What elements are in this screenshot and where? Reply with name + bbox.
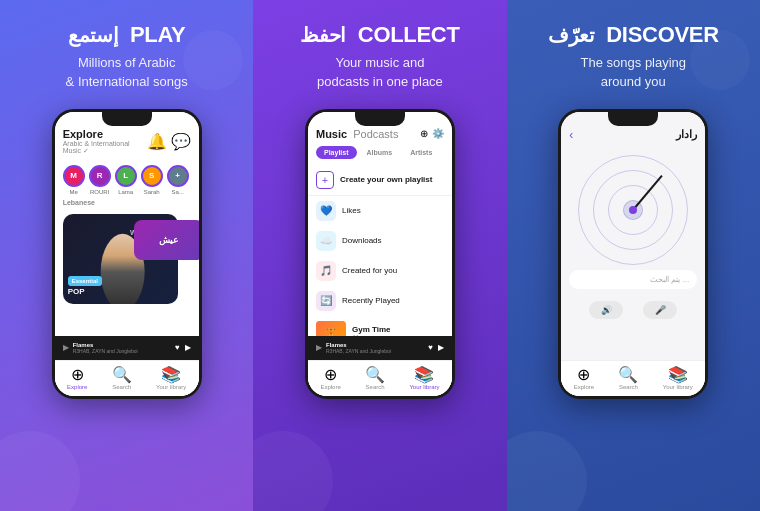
nav-search-2[interactable]: 🔍 Search [366, 366, 385, 390]
search-nav-label-3: Search [619, 384, 638, 390]
library-nav-icon: 📚 [163, 366, 179, 382]
back-button[interactable]: ‹ [569, 128, 573, 142]
phone-2-screen: Music Podcasts ⊕ ⚙️ Playlist Albums Arti… [308, 112, 452, 396]
library-nav-label: Your library [156, 384, 186, 390]
collect-english-title: COLLECT [358, 22, 460, 47]
nav-library-1[interactable]: 📚 Your library [156, 366, 186, 390]
phone-2: Music Podcasts ⊕ ⚙️ Playlist Albums Arti… [305, 109, 455, 399]
heart-icon-player-2[interactable]: ♥ [428, 343, 433, 352]
likes-label: Likes [342, 206, 361, 215]
panel-2-subtitle: Your music and podcasts in one place [300, 54, 459, 90]
library-nav-label-3: Your library [663, 384, 693, 390]
float-card: عيش [134, 220, 199, 260]
avatar-me[interactable]: M Me [63, 165, 85, 195]
panel-1-header: إستمع PLAY Millions of Arabic & Internat… [56, 0, 198, 101]
subtab-playlist[interactable]: Playlist [316, 146, 357, 159]
flame-icon-2: ▶ [316, 343, 322, 352]
playlist-downloads[interactable]: ☁️ Downloads [308, 226, 452, 256]
panel-1-title: إستمع PLAY [66, 22, 188, 48]
bottom-nav-2: ⊕ Explore 🔍 Search 📚 Your library [308, 360, 452, 396]
bell-icon[interactable]: 🔔 [147, 132, 167, 151]
avatar-circle-lama: L [115, 165, 137, 187]
bottom-nav-3: ⊕ Explore 🔍 Search 📚 Your library [561, 360, 705, 396]
phone-1-screen: Explore Arabic & International Music ✓ 🔔… [55, 112, 199, 396]
radar-search-bar[interactable]: يتم البحث ... [569, 270, 697, 289]
nav-library-3[interactable]: 📚 Your library [663, 366, 693, 390]
search-nav-icon: 🔍 [114, 366, 130, 382]
mini-player-2[interactable]: ▶ Flames R3HAB, ZAYN and Jungleboi ♥ ▶ [308, 336, 452, 360]
add-icon[interactable]: ⊕ [420, 128, 428, 139]
radar-header: ‹ رادار [561, 112, 705, 150]
panel-play: إستمع PLAY Millions of Arabic & Internat… [0, 0, 253, 511]
panel-3-subtitle: The songs playing around you [548, 54, 719, 90]
avatar-lama[interactable]: L Lama [115, 165, 137, 195]
play-subtitle-1: Millions of Arabic [78, 55, 176, 70]
avatar-extra[interactable]: + Sa... [167, 165, 189, 195]
card-tag: Essential [68, 276, 102, 286]
playlist-likes[interactable]: 💙 Likes [308, 196, 452, 226]
player-controls-2: ♥ ▶ [428, 343, 444, 352]
likes-icon: 💙 [316, 201, 336, 221]
play-english-title: PLAY [130, 22, 185, 47]
avatar-rouri[interactable]: R ROURI [89, 165, 111, 195]
panel-3-header: تعرّف DISCOVER The songs playing around … [538, 0, 729, 101]
nav-search-3[interactable]: 🔍 Search [619, 366, 638, 390]
avatar-circle-me: M [63, 165, 85, 187]
player-left: ▶ Flames R3HAB, ZAYN and Jungleboi [63, 342, 138, 354]
avatar-circle-sarah: S [141, 165, 163, 187]
nav-search-1[interactable]: 🔍 Search [112, 366, 131, 390]
player-controls-1: ♥ ▶ [175, 343, 191, 352]
flame-icon: ▶ [63, 343, 69, 352]
downloads-label: Downloads [342, 236, 382, 245]
nav-explore-2[interactable]: ⊕ Explore [320, 366, 340, 390]
collect-arabic-title: احفظ [300, 24, 346, 46]
collect-subtitle-1: Your music and [335, 55, 424, 70]
nav-explore-3[interactable]: ⊕ Explore [574, 366, 594, 390]
tab-music[interactable]: Music [316, 128, 347, 140]
card-title: POP [68, 287, 102, 296]
settings-icon[interactable]: ⚙️ [432, 128, 444, 139]
chat-icon[interactable]: 💬 [171, 132, 191, 151]
heart-icon-player[interactable]: ♥ [175, 343, 180, 352]
avatar-sarah[interactable]: S Sarah [141, 165, 163, 195]
nav-explore-1[interactable]: ⊕ Explore [67, 366, 87, 390]
avatar-circle-rouri: R [89, 165, 111, 187]
bottom-nav-1: ⊕ Explore 🔍 Search 📚 Your library [55, 360, 199, 396]
panel-1-subtitle: Millions of Arabic & International songs [66, 54, 188, 90]
playlist-recently-played[interactable]: 🔄 Recently Played [308, 286, 452, 316]
subtab-artists[interactable]: Artists [402, 146, 440, 159]
player-left-2: ▶ Flames R3HAB, ZAYN and Jungleboi [316, 342, 391, 354]
tab-podcasts[interactable]: Podcasts [353, 128, 398, 140]
discover-english-title: DISCOVER [606, 22, 719, 47]
nav-library-2[interactable]: 📚 Your library [409, 366, 439, 390]
tab-action-icons: ⊕ ⚙️ [420, 128, 444, 139]
lebanese-label: Lebanese [55, 199, 199, 210]
mini-player-1[interactable]: ▶ Flames R3HAB, ZAYN and Jungleboi ♥ ▶ [55, 336, 199, 360]
play-icon-player[interactable]: ▶ [185, 343, 191, 352]
create-playlist-row[interactable]: + Create your own playlist [308, 165, 452, 196]
plus-button[interactable]: + [316, 171, 334, 189]
discover-arabic-title: تعرّف [548, 24, 595, 46]
radar-btn-audio[interactable]: 🔊 [589, 301, 623, 319]
play-icon-player-2[interactable]: ▶ [438, 343, 444, 352]
library-nav-icon-2: 📚 [416, 366, 432, 382]
card-label: Essential POP [68, 276, 102, 296]
search-nav-label-2: Search [366, 384, 385, 390]
radar-btn-mic[interactable]: 🎤 [643, 301, 677, 319]
player-artist-1: R3HAB, ZAYN and Jungleboi [73, 348, 138, 354]
panel-2-header: احفظ COLLECT Your music and podcasts in … [290, 0, 469, 101]
playlist-created-for-you[interactable]: 🎵 Created for you [308, 256, 452, 286]
subtab-albums[interactable]: Albums [359, 146, 401, 159]
player-info-1: Flames R3HAB, ZAYN and Jungleboi [73, 342, 138, 354]
avatar-label-me: Me [69, 189, 77, 195]
explore-nav-label: Explore [67, 384, 87, 390]
created-for-you-label: Created for you [342, 266, 397, 275]
explore-nav-label-2: Explore [320, 384, 340, 390]
music-subtabs: Playlist Albums Artists [308, 146, 452, 165]
panel-2-phone-container: Music Podcasts ⊕ ⚙️ Playlist Albums Arti… [253, 101, 506, 511]
float-card-content: عيش [159, 235, 178, 245]
explore-action-icons: 🔔 💬 [147, 132, 191, 151]
explore-header: Explore Arabic & International Music ✓ 🔔… [55, 112, 199, 161]
recently-played-label: Recently Played [342, 296, 400, 305]
downloads-icon: ☁️ [316, 231, 336, 251]
